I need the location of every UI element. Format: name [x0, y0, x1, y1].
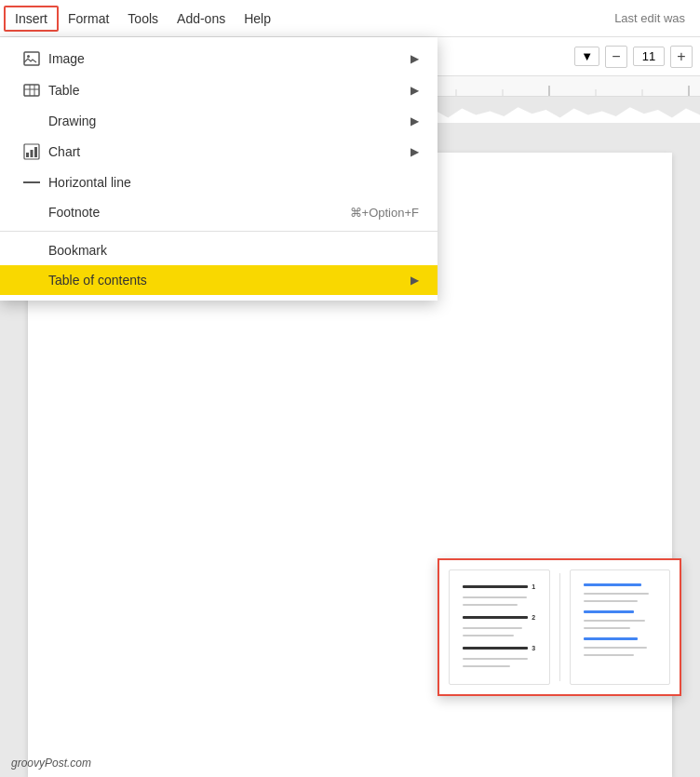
last-edit-text: Last edit was	[614, 11, 696, 25]
dropdown-menu-container: Image ▶ Table ▶ Drawing ▶	[0, 37, 438, 301]
watermark-text: groovyPost.com	[11, 757, 91, 770]
footnote-label: Footnote	[48, 205, 313, 220]
table-label: Table	[48, 83, 411, 98]
divider-1	[0, 231, 438, 232]
font-size-increase-button[interactable]: +	[670, 46, 693, 68]
horizontal-line-label: Horizontal line	[48, 175, 419, 190]
toc-preview-blue	[578, 576, 662, 678]
insert-dropdown-menu: Image ▶ Table ▶ Drawing ▶	[0, 37, 438, 301]
horizontal-line-icon	[19, 181, 45, 184]
menu-item-image[interactable]: Image ▶	[0, 43, 438, 74]
font-size-decrease-button[interactable]: −	[605, 46, 627, 68]
menu-item-bookmark[interactable]: Bookmark	[0, 235, 438, 265]
toc-preview-numbered: 1 2 3	[457, 576, 541, 678]
chart-arrow-icon: ▶	[411, 145, 419, 158]
bookmark-label: Bookmark	[48, 243, 419, 258]
menu-bar: Insert Format Tools Add-ons Help Last ed…	[0, 0, 700, 37]
chart-label: Chart	[48, 144, 411, 159]
image-arrow-icon: ▶	[411, 52, 419, 65]
menu-item-addons[interactable]: Add-ons	[168, 7, 235, 30]
table-icon	[19, 82, 45, 99]
drawing-label: Drawing	[48, 114, 411, 128]
font-dropdown[interactable]: ▼	[574, 47, 599, 66]
menu-item-footnote[interactable]: Footnote ⌘+Option+F	[0, 197, 438, 227]
image-label: Image	[48, 51, 411, 66]
table-arrow-icon: ▶	[411, 84, 419, 97]
svg-rect-21	[31, 150, 34, 157]
menu-item-format[interactable]: Format	[59, 7, 118, 30]
toc-arrow-icon: ▶	[411, 274, 419, 287]
menu-item-insert[interactable]: Insert	[4, 6, 59, 32]
menu-item-table[interactable]: Table ▶	[0, 74, 438, 106]
menu-item-drawing[interactable]: Drawing ▶	[0, 106, 438, 136]
svg-point-14	[27, 55, 30, 58]
svg-rect-20	[26, 153, 29, 157]
menu-item-chart[interactable]: Chart ▶	[0, 136, 438, 167]
toc-option-numbered[interactable]: 1 2 3	[449, 569, 550, 685]
menu-item-help[interactable]: Help	[235, 7, 280, 30]
footnote-shortcut: ⌘+Option+F	[350, 206, 419, 220]
toc-submenu-divider	[559, 573, 560, 681]
drawing-arrow-icon: ▶	[411, 114, 419, 127]
menu-item-horizontal-line[interactable]: Horizontal line	[0, 167, 438, 197]
svg-rect-22	[34, 147, 37, 157]
chart-icon	[19, 143, 45, 160]
image-icon	[19, 50, 45, 67]
toc-label: Table of contents	[48, 273, 411, 288]
menu-item-toc[interactable]: Table of contents ▶	[0, 265, 438, 295]
svg-rect-15	[24, 85, 39, 96]
svg-rect-13	[24, 52, 39, 65]
menu-item-tools[interactable]: Tools	[118, 7, 168, 30]
toc-submenu-popup: 1 2 3	[438, 558, 681, 696]
font-size-input[interactable]: 11	[633, 47, 665, 66]
toc-option-blue-links[interactable]	[570, 569, 671, 685]
chevron-down-icon: ▼	[581, 49, 593, 63]
